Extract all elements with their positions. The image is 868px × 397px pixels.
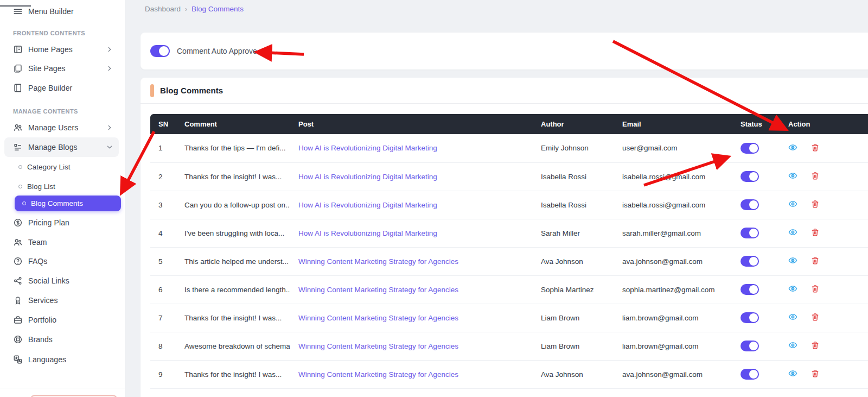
view-eye-icon[interactable] <box>788 369 797 380</box>
delete-trash-icon[interactable] <box>811 199 819 210</box>
breadcrumb-current-page[interactable]: Blog Comments <box>192 5 244 13</box>
cell-comment: Thanks for the insight! I was... <box>176 304 290 332</box>
delete-trash-icon[interactable] <box>811 284 819 295</box>
sidebar-item-page-builder[interactable]: Page Builder <box>0 80 125 96</box>
view-eye-icon[interactable] <box>788 341 797 351</box>
cell-post: Winning Content Marketing Strategy for A… <box>290 332 533 360</box>
column-header-email: Email <box>614 114 732 134</box>
cell-status <box>732 162 780 191</box>
cell-comment: Awesome breakdown of schema ma... <box>176 332 290 360</box>
post-link[interactable]: How AI is Revolutionizing Digital Market… <box>298 201 437 209</box>
post-link[interactable]: Winning Content Marketing Strategy for A… <box>298 342 458 350</box>
languages-icon <box>13 355 23 364</box>
comment-auto-approve-label: Comment Auto Approve <box>177 47 257 55</box>
sidebar-item-home-pages[interactable]: Home Pages <box>0 41 125 58</box>
post-link[interactable]: Winning Content Marketing Strategy for A… <box>298 370 458 379</box>
sidebar-item-faqs[interactable]: FAQs <box>0 253 125 269</box>
sidebar-item-social-links[interactable]: Social Links <box>0 273 125 289</box>
cell-action <box>780 191 868 219</box>
post-link[interactable]: Winning Content Marketing Strategy for A… <box>298 286 458 294</box>
sidebar-subitem-blog-list[interactable]: Blog List <box>0 178 125 194</box>
sidebar-subitem-blog-comments-active[interactable]: Blog Comments <box>15 196 121 211</box>
view-eye-icon[interactable] <box>788 143 797 154</box>
sidebar-bottom-divider <box>0 388 125 388</box>
view-eye-icon[interactable] <box>788 256 797 267</box>
cell-sn: 4 <box>150 219 176 247</box>
sidebar-item-languages[interactable]: Languages <box>0 351 125 368</box>
delete-trash-icon[interactable] <box>811 228 819 238</box>
site-pages-icon <box>13 64 23 73</box>
delete-trash-icon[interactable] <box>811 312 819 323</box>
cell-action <box>780 275 868 304</box>
sidebar-item-site-pages[interactable]: Site Pages <box>0 60 125 77</box>
delete-trash-icon[interactable] <box>811 143 819 154</box>
sidebar-item-label: Languages <box>28 355 66 364</box>
status-toggle[interactable] <box>741 171 759 182</box>
cell-comment: Thanks for the insight! I was... <box>176 360 290 388</box>
status-toggle[interactable] <box>741 199 759 210</box>
cell-status <box>732 332 780 360</box>
sidebar-item-label: Menu Builder <box>28 7 74 16</box>
sidebar-item-pricing-plan[interactable]: Pricing Plan <box>0 215 125 231</box>
chevron-right-icon <box>106 46 113 53</box>
post-link[interactable]: Winning Content Marketing Strategy for A… <box>298 314 458 322</box>
cell-status <box>732 191 780 219</box>
status-toggle[interactable] <box>741 312 759 323</box>
delete-trash-icon[interactable] <box>811 171 819 182</box>
chevron-down-icon <box>106 143 113 151</box>
sidebar-item-manage-blogs[interactable]: Manage Blogs <box>0 139 125 155</box>
cell-email: liam.brown@gmail.com <box>614 332 732 360</box>
view-eye-icon[interactable] <box>788 312 797 323</box>
home-pages-icon <box>13 45 23 54</box>
view-eye-icon[interactable] <box>788 284 797 295</box>
post-link[interactable]: How AI is Revolutionizing Digital Market… <box>298 173 437 181</box>
sidebar-item-team[interactable]: Team <box>0 234 125 250</box>
sidebar-bottom-button-partial[interactable] <box>30 395 117 397</box>
status-toggle[interactable] <box>741 341 759 351</box>
table-row: 2 Thanks for the insight! I was... How A… <box>150 162 868 191</box>
sidebar-item-label: Portfolio <box>28 316 56 324</box>
sidebar-item-portfolio[interactable]: Portfolio <box>0 312 125 328</box>
cell-comment: Can you do a follow-up post on... <box>176 191 290 219</box>
sidebar-item-brands[interactable]: Brands <box>0 331 125 348</box>
column-header-comment: Comment <box>176 114 290 134</box>
table-row: 5 This article helped me underst... Winn… <box>150 247 868 275</box>
delete-trash-icon[interactable] <box>811 369 819 380</box>
status-toggle[interactable] <box>741 369 759 380</box>
status-toggle[interactable] <box>741 228 759 238</box>
status-toggle[interactable] <box>741 256 759 267</box>
breadcrumb-dashboard-link[interactable]: Dashboard <box>145 5 181 13</box>
table-row: 4 I've been struggling with loca... How … <box>150 219 868 247</box>
delete-trash-icon[interactable] <box>811 341 819 351</box>
cell-author: Sophia Martinez <box>533 275 614 304</box>
sidebar-subitem-category-list[interactable]: Category List <box>0 159 125 175</box>
menu-builder-icon <box>13 7 23 16</box>
post-link[interactable]: How AI is Revolutionizing Digital Market… <box>298 229 437 237</box>
column-header-action: Action <box>780 114 868 134</box>
blog-comments-table: SN Comment Post Author Email Status Acti… <box>150 114 868 389</box>
sidebar-item-menu-builder[interactable]: Menu Builder <box>0 3 125 20</box>
sidebar-item-services[interactable]: Services <box>0 292 125 308</box>
view-eye-icon[interactable] <box>788 199 797 210</box>
comment-auto-approve-toggle[interactable] <box>150 45 170 57</box>
cell-author: Emily Johnson <box>533 134 614 162</box>
table-row: 3 Can you do a follow-up post on... How … <box>150 191 868 219</box>
sidebar-item-label: FAQs <box>28 257 47 266</box>
delete-trash-icon[interactable] <box>811 256 819 267</box>
cell-comment: Is there a recommended length... <box>176 275 290 304</box>
view-eye-icon[interactable] <box>788 228 797 238</box>
cell-author: Ava Johnson <box>533 360 614 388</box>
post-link[interactable]: How AI is Revolutionizing Digital Market… <box>298 144 437 152</box>
status-toggle[interactable] <box>741 143 759 154</box>
sidebar-item-manage-users[interactable]: Manage Users <box>0 119 125 136</box>
view-eye-icon[interactable] <box>788 171 797 182</box>
status-toggle[interactable] <box>741 284 759 295</box>
post-link[interactable]: Winning Content Marketing Strategy for A… <box>298 257 458 266</box>
pricing-plan-icon <box>13 218 23 228</box>
brands-icon <box>13 335 23 344</box>
cell-sn: 3 <box>150 191 176 219</box>
portfolio-icon <box>13 315 23 325</box>
cell-email: isabella.rossi@gmail.com <box>614 191 732 219</box>
sidebar-subitem-label: Blog Comments <box>31 199 83 207</box>
title-accent-bar <box>150 84 154 97</box>
